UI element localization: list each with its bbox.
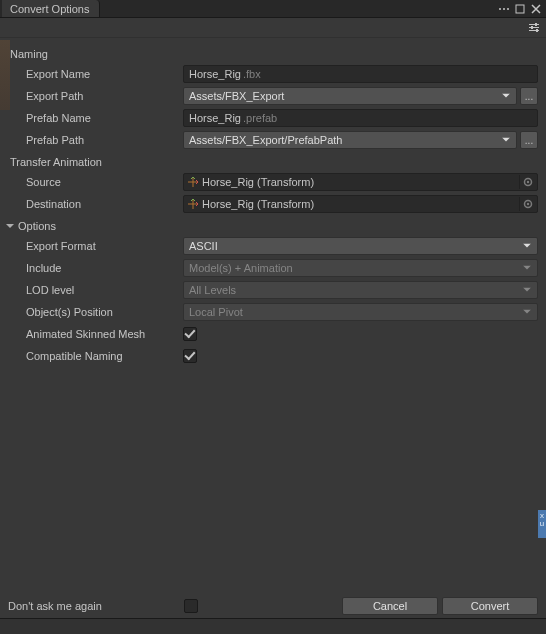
settings-icon[interactable] xyxy=(528,22,540,34)
object-picker-icon[interactable] xyxy=(519,175,535,189)
chevron-down-icon xyxy=(523,266,531,271)
export-path-label: Export Path xyxy=(10,90,183,102)
transform-icon xyxy=(187,176,199,188)
position-label: Object(s) Position xyxy=(10,306,183,318)
svg-rect-7 xyxy=(535,23,537,26)
dont-ask-label: Don't ask me again xyxy=(8,600,102,612)
export-format-value: ASCII xyxy=(189,240,218,252)
chevron-down-icon xyxy=(523,288,531,293)
section-naming: Naming xyxy=(10,48,538,60)
lod-label: LOD level xyxy=(10,284,183,296)
include-value: Model(s) + Animation xyxy=(189,262,293,274)
svg-rect-3 xyxy=(516,5,524,13)
position-value: Local Pivot xyxy=(189,306,243,318)
prefab-name-suffix: .prefab xyxy=(243,112,277,124)
source-value: Horse_Rig (Transform) xyxy=(202,176,314,188)
export-name-suffix: .fbx xyxy=(243,68,261,80)
browse-export-path-button[interactable]: ... xyxy=(520,87,538,105)
tab-bar: Convert Options xyxy=(0,0,546,18)
lod-dropdown: All Levels xyxy=(183,281,538,299)
collapsed-panel-tab[interactable]: xu xyxy=(538,510,546,538)
compat-label: Compatible Naming xyxy=(10,350,183,362)
transform-icon xyxy=(187,198,199,210)
svg-point-0 xyxy=(499,8,501,10)
prefab-name-label: Prefab Name xyxy=(10,112,183,124)
svg-point-11 xyxy=(526,181,528,183)
export-path-dropdown[interactable]: Assets/FBX_Export xyxy=(183,87,517,105)
section-options-label: Options xyxy=(18,220,56,232)
lod-value: All Levels xyxy=(189,284,236,296)
chevron-down-icon xyxy=(502,138,510,143)
prefab-name-input[interactable]: Horse_Rig.prefab xyxy=(183,109,538,127)
svg-rect-5 xyxy=(529,27,539,28)
section-naming-label: Naming xyxy=(10,48,48,60)
section-options[interactable]: Options xyxy=(6,220,538,232)
convert-button[interactable]: Convert xyxy=(442,597,538,615)
anim-mesh-checkbox[interactable] xyxy=(183,327,197,341)
background-sliver xyxy=(0,40,10,110)
position-dropdown: Local Pivot xyxy=(183,303,538,321)
svg-point-2 xyxy=(507,8,509,10)
browse-prefab-path-button[interactable]: ... xyxy=(520,131,538,149)
prefab-name-value: Horse_Rig xyxy=(189,112,241,124)
export-format-dropdown[interactable]: ASCII xyxy=(183,237,538,255)
export-name-value: Horse_Rig xyxy=(189,68,241,80)
section-transfer-label: Transfer Animation xyxy=(10,156,102,168)
prefab-path-label: Prefab Path xyxy=(10,134,183,146)
export-name-label: Export Name xyxy=(10,68,183,80)
chevron-down-icon xyxy=(523,310,531,315)
destination-value: Horse_Rig (Transform) xyxy=(202,198,314,210)
chevron-down-icon xyxy=(523,244,531,249)
secondary-toolbar xyxy=(0,18,546,38)
svg-point-13 xyxy=(526,203,528,205)
compat-checkbox[interactable] xyxy=(183,349,197,363)
foldout-icon xyxy=(6,222,16,230)
destination-label: Destination xyxy=(10,198,183,210)
destination-object-field[interactable]: Horse_Rig (Transform) xyxy=(183,195,538,213)
source-object-field[interactable]: Horse_Rig (Transform) xyxy=(183,173,538,191)
prefab-path-dropdown[interactable]: Assets/FBX_Export/PrefabPath xyxy=(183,131,517,149)
status-bar xyxy=(0,618,546,634)
anim-mesh-label: Animated Skinned Mesh xyxy=(10,328,183,340)
export-path-value: Assets/FBX_Export xyxy=(189,90,284,102)
export-name-input[interactable]: Horse_Rig.fbx xyxy=(183,65,538,83)
close-icon[interactable] xyxy=(530,3,542,15)
include-dropdown: Model(s) + Animation xyxy=(183,259,538,277)
chevron-down-icon xyxy=(502,94,510,99)
menu-icon[interactable] xyxy=(498,3,510,15)
cancel-button[interactable]: Cancel xyxy=(342,597,438,615)
prefab-path-value: Assets/FBX_Export/PrefabPath xyxy=(189,134,342,146)
tab-convert-options[interactable]: Convert Options xyxy=(2,0,100,17)
include-label: Include xyxy=(10,262,183,274)
section-transfer: Transfer Animation xyxy=(10,156,538,168)
footer: Don't ask me again Cancel Convert xyxy=(0,594,546,634)
svg-rect-4 xyxy=(529,24,539,25)
svg-rect-8 xyxy=(531,26,533,29)
svg-rect-9 xyxy=(536,29,538,32)
maximize-icon[interactable] xyxy=(514,3,526,15)
source-label: Source xyxy=(10,176,183,188)
export-format-label: Export Format xyxy=(10,240,183,252)
svg-point-1 xyxy=(503,8,505,10)
object-picker-icon[interactable] xyxy=(519,197,535,211)
dont-ask-checkbox[interactable] xyxy=(184,599,198,613)
